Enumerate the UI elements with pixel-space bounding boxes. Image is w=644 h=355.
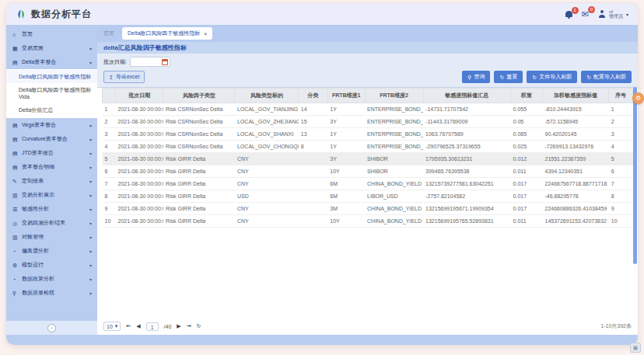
calendar-icon bbox=[162, 59, 168, 65]
record-count-summary: 1-10共392条 bbox=[600, 322, 632, 330]
prev-page-button[interactable]: ◀ bbox=[136, 323, 140, 329]
table-cell: -810.24443915 bbox=[542, 103, 608, 116]
sidebar-item-6[interactable]: ▤资本整合明细▾ bbox=[6, 160, 97, 174]
chevron-down-icon: ▾ bbox=[89, 277, 93, 282]
sidebar-item-11[interactable]: ▥对账管理▾ bbox=[6, 230, 97, 244]
tab-active[interactable]: Delta敞口风险因子敏感性指标 × bbox=[122, 27, 212, 40]
sidebar-collapse-row: ‹ bbox=[6, 321, 97, 335]
sidebar-item-0[interactable]: ⌂首页 bbox=[6, 27, 97, 41]
table-row-1[interactable]: 12021-08-30 00:00:00Risk CSRNonSec Delta… bbox=[103, 103, 633, 116]
sidebar-item-label: 偏离度分析 bbox=[20, 248, 89, 254]
close-icon[interactable]: × bbox=[204, 31, 207, 37]
messages-button[interactable]: ✉ 0 bbox=[582, 10, 589, 18]
sidebar-item-2[interactable]: ▤Delta资本整合▾ bbox=[6, 55, 97, 69]
page-size-select[interactable]: 10 ▾ bbox=[103, 322, 121, 331]
sidebar-item-label: 资本整合明细 bbox=[20, 164, 89, 170]
column-header: 分类 bbox=[299, 89, 328, 103]
vertical-scrollbar[interactable] bbox=[633, 87, 637, 264]
chevron-down-icon: ▾ bbox=[89, 207, 93, 212]
sidebar-item-4[interactable]: ▤Curvature资本整合▾ bbox=[6, 132, 97, 146]
sidebar-item-12[interactable]: ◔偏离度分析▾ bbox=[6, 244, 97, 258]
bottom-corner-button[interactable]: ▣ bbox=[630, 343, 641, 353]
table-cell: ENTERPRISE_BOND_1Y_D bbox=[365, 128, 423, 141]
batch-date-input[interactable] bbox=[130, 57, 170, 67]
table-cell: 9 bbox=[103, 203, 116, 215]
current-page-input[interactable]: 1 bbox=[146, 322, 159, 331]
sidebar-item-8[interactable]: ▥交易分析展示▾ bbox=[6, 188, 97, 202]
table-cell: 2021-08-30 00:00:00 bbox=[116, 178, 163, 190]
total-pages-label: /40 bbox=[164, 324, 172, 329]
table-row-3[interactable]: 32021-08-30 00:00:00Risk CSRNonSec Delta… bbox=[103, 128, 633, 141]
table-row-4[interactable]: 42021-08-30 00:00:00Risk CSRNonSec Delta… bbox=[103, 141, 633, 153]
collapse-sidebar-button[interactable]: ‹ bbox=[47, 324, 56, 332]
table-cell: CNY bbox=[235, 178, 299, 190]
sidebar-item-9[interactable]: ☰敏感性分析▾ bbox=[6, 202, 97, 216]
grid-icon: ▤ bbox=[12, 60, 20, 65]
table-cell: -290796525.37319655 bbox=[423, 141, 511, 153]
sidebar-subitem-0[interactable]: Delta敞口风险因子敏感性指标 bbox=[6, 70, 97, 83]
sidebar-item-14[interactable]: ◔数据政策分析▾ bbox=[6, 272, 97, 286]
table-cell: -46.88295778 bbox=[542, 190, 608, 203]
table-cell: -14731.71707542 bbox=[423, 103, 511, 116]
table-cell: 10Y bbox=[327, 165, 365, 178]
notification-badge: 1 bbox=[572, 7, 579, 14]
table-row-9[interactable]: 92021-08-30 00:00:00Risk GIRR DeltaCNY3M… bbox=[103, 203, 633, 215]
user-menu[interactable]: vtf 管理员 ▾ bbox=[598, 9, 628, 19]
table-cell: Risk CSRNonSec Delta bbox=[163, 128, 235, 141]
table-cell: 2021-08-30 00:00:00 bbox=[116, 103, 163, 116]
app-window: 数据分析平台 1 ✉ 0 vtf 管理员 ▾ ⌂首页▦交易页面▾ bbox=[6, 3, 638, 345]
reset-button[interactable]: ↻ 重置 bbox=[494, 71, 523, 83]
config-import-refresh-button[interactable]: ↻ 配置导入刷新 bbox=[581, 71, 632, 83]
table-empty-space bbox=[102, 228, 633, 318]
sidebar-item-15[interactable]: ⚲数据质量检核▾ bbox=[6, 286, 97, 300]
next-page-button[interactable]: ▶ bbox=[177, 323, 180, 329]
breadcrumb[interactable]: 首页 bbox=[103, 30, 114, 37]
sidebar-menu: ⌂首页▦交易页面▾▤Delta资本整合▾Delta敞口风险因子敏感性指标Delt… bbox=[6, 25, 97, 321]
sidebar-subitem-1[interactable]: Delta敞口风险因子敏感性指标Vida bbox=[6, 83, 97, 103]
table-row-7[interactable]: 72021-08-30 00:00:00Risk GIRR DeltaCNY6M… bbox=[103, 178, 633, 190]
sidebar-item-10[interactable]: ◎交易回测分析结果▾ bbox=[6, 216, 97, 230]
table-row-8[interactable]: 82021-08-30 00:00:00Risk GIRR DeltaUSD6M… bbox=[103, 190, 633, 203]
sidebar-item-3[interactable]: ▤Vega资本整合▾ bbox=[6, 118, 97, 132]
table-cell: 224660886326.41038459 bbox=[542, 203, 608, 215]
table-cell: 0.05 bbox=[511, 116, 543, 128]
reload-page-button[interactable]: ↻ bbox=[197, 323, 201, 329]
column-header: 风险类型标的 bbox=[235, 89, 299, 103]
home-icon: ⌂ bbox=[12, 32, 20, 37]
chart-icon: ▥ bbox=[12, 193, 20, 198]
table-cell: 0.011 bbox=[511, 215, 543, 228]
table-row-6[interactable]: 62021-08-30 00:00:00Risk GIRR DeltaCNY10… bbox=[103, 165, 633, 178]
table-row-2[interactable]: 22021-08-30 00:00:00Risk CSRNonSec Delta… bbox=[103, 116, 633, 128]
table-cell: 5 bbox=[103, 153, 116, 165]
query-button[interactable]: ⚲ 查询 bbox=[462, 71, 490, 83]
table-cell: 4 bbox=[103, 141, 116, 153]
table-cell: Risk GIRR Delta bbox=[163, 203, 235, 215]
sidebar-item-7[interactable]: ✎定制报表▾ bbox=[6, 174, 97, 188]
export-excel-button[interactable]: ↥ 导出excel bbox=[103, 71, 145, 83]
table-cell: 13215699195671.19909354 bbox=[423, 203, 511, 215]
sidebar-item-label: Curvature资本整合 bbox=[20, 136, 89, 142]
grid-icon: ▤ bbox=[12, 165, 20, 170]
file-import-refresh-button[interactable]: ↻ 文件导入刷新 bbox=[527, 71, 577, 83]
sidebar-item-13[interactable]: ⚙模型运行▾ bbox=[6, 258, 97, 272]
sidebar-item-5[interactable]: ▤JTD资本报告▾ bbox=[6, 146, 97, 160]
first-page-button[interactable]: ⇤ bbox=[126, 323, 131, 329]
table-cell: 13215739277581.63042251 bbox=[423, 178, 511, 190]
table-row-5[interactable]: 52021-08-30 00:00:00Risk GIRR DeltaCNY3Y… bbox=[103, 153, 633, 165]
pie-icon: ◔ bbox=[12, 249, 20, 254]
table-cell: -11443.31789009 bbox=[423, 116, 511, 128]
refresh-icon: ↻ bbox=[499, 75, 504, 80]
table-cell: 2021-08-30 00:00:00 bbox=[116, 203, 163, 215]
chevron-down-icon: ▾ bbox=[115, 323, 118, 329]
table-cell: 4394.12340351 bbox=[542, 165, 608, 178]
column-header: 批次日期 bbox=[116, 89, 163, 103]
notification-button[interactable]: 1 bbox=[565, 11, 572, 17]
sidebar-item-1[interactable]: ▦交易页面▾ bbox=[6, 41, 97, 55]
sidebar-item-label: Vega资本整合 bbox=[20, 122, 89, 128]
last-page-button[interactable]: ⇥ bbox=[187, 323, 191, 329]
table-cell: LOCAL_GOV_TIANJING bbox=[235, 103, 299, 116]
table-cell: 3 bbox=[609, 128, 633, 141]
sidebar-subitem-2[interactable]: Delta分值汇总 bbox=[6, 103, 97, 117]
theme-settings-button[interactable]: ⚙ bbox=[632, 92, 644, 104]
table-row-10[interactable]: 102021-08-30 00:00:00Risk GIRR DeltaCNY1… bbox=[103, 215, 633, 228]
